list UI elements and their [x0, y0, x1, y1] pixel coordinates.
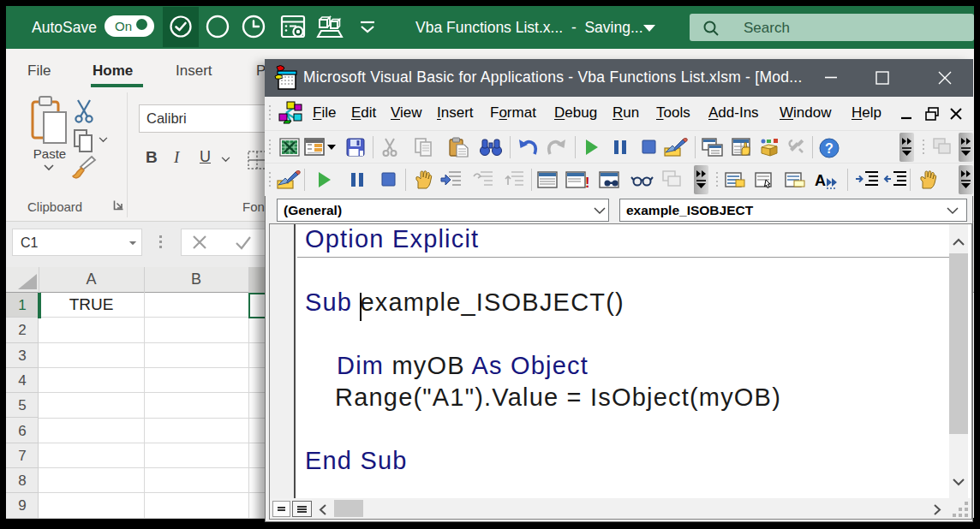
svg-text:A: A: [815, 172, 826, 189]
svg-text:!: !: [585, 175, 589, 190]
svg-text:?: ?: [825, 141, 834, 156]
